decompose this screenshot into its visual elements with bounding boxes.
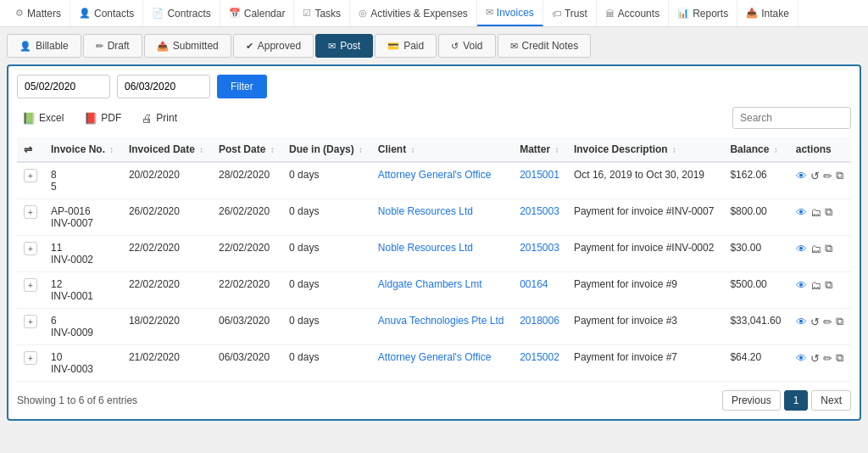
pdf-export-button[interactable]: 📕 PDF <box>79 109 126 127</box>
action-icons: 👁↺✏⧉ <box>796 169 844 182</box>
prev-button[interactable]: Previous <box>722 390 781 411</box>
matter-link[interactable]: 2015002 <box>520 351 559 363</box>
card-icon[interactable]: 🗂 <box>810 243 821 255</box>
entries-text: Showing 1 to 6 of 6 entries <box>17 394 137 406</box>
copy-icon[interactable]: ⧉ <box>836 169 843 182</box>
copy-icon[interactable]: ⧉ <box>825 278 832 292</box>
expand-button[interactable]: + <box>24 351 37 365</box>
matter-link[interactable]: 2018006 <box>520 315 559 327</box>
tab-paid[interactable]: 💳 Paid <box>375 34 437 58</box>
search-input[interactable] <box>732 107 851 129</box>
client-link[interactable]: Noble Resources Ltd <box>378 242 473 254</box>
tab-credit-notes[interactable]: ✉ Credit Notes <box>498 34 592 58</box>
client-link[interactable]: Attorney General's Office <box>378 351 491 363</box>
copy-icon[interactable]: ⧉ <box>836 315 843 328</box>
client-link[interactable]: Noble Resources Ltd <box>378 205 473 217</box>
view-icon[interactable]: 👁 <box>796 170 807 182</box>
tab-draft[interactable]: ✏ Draft <box>83 34 142 58</box>
edit-icon[interactable]: ✏ <box>823 352 832 365</box>
copy-icon[interactable]: ⧉ <box>825 205 832 219</box>
nav-item-reports[interactable]: 📊 Reports <box>669 0 737 26</box>
post-date: 06/03/2020 <box>212 345 282 382</box>
view-icon[interactable]: 👁 <box>796 206 807 219</box>
invoice-no-line1: 10 <box>51 351 62 363</box>
next-button[interactable]: Next <box>811 390 851 411</box>
invoice-description: Payment for invoice #INV-0002 <box>567 236 723 272</box>
excel-export-button[interactable]: 📗 Excel <box>17 109 69 127</box>
action-icons: 👁🗂⧉ <box>796 278 844 292</box>
sort-icon[interactable]: ↕ <box>199 145 203 154</box>
invoiced-date: 18/02/2020 <box>122 309 212 345</box>
expand-button[interactable]: + <box>24 169 37 182</box>
expand-button[interactable]: + <box>24 242 37 255</box>
matter-link[interactable]: 00164 <box>520 278 548 290</box>
expand-button[interactable]: + <box>24 315 37 328</box>
nav-item-tasks[interactable]: ☑ Tasks <box>294 0 350 26</box>
tab-submitted[interactable]: 📤 Submitted <box>144 34 231 58</box>
view-icon[interactable]: 👁 <box>796 352 807 365</box>
client-link[interactable]: Aldgate Chambers Lmt <box>378 278 482 290</box>
page-1-button[interactable]: 1 <box>784 390 809 411</box>
tab-void[interactable]: ↺ Void <box>438 34 495 58</box>
tab-approved[interactable]: ✔ Approved <box>233 34 314 58</box>
copy-icon[interactable]: ⧉ <box>836 351 843 365</box>
sort-icon[interactable]: ↕ <box>555 145 559 154</box>
table-row: + 6 INV-0009 18/02/2020 06/03/2020 0 day… <box>17 309 851 345</box>
sort-icon[interactable]: ↕ <box>411 145 415 154</box>
card-icon[interactable]: 🗂 <box>810 279 821 292</box>
edit-icon[interactable]: ✏ <box>823 170 832 182</box>
tab-billable[interactable]: 👤 Billable <box>7 34 81 58</box>
nav-item-activities[interactable]: ◎ Activities & Expenses <box>350 0 477 26</box>
invoice-no-line1: 6 <box>51 315 57 327</box>
nav-item-trust[interactable]: 🏷 Trust <box>543 0 597 26</box>
due-days: 0 days <box>282 162 371 199</box>
action-icons: 👁↺✏⧉ <box>796 315 844 328</box>
col-description: Invoice Description ↕ <box>567 137 723 162</box>
matter-link[interactable]: 2015003 <box>520 205 559 217</box>
col-actions: actions <box>789 137 851 162</box>
invoiced-date: 21/02/2020 <box>122 345 212 382</box>
nav-item-invoices[interactable]: ✉ Invoices <box>477 0 543 26</box>
col-client: Client ↕ <box>371 137 513 162</box>
nav-item-accounts[interactable]: 🏛 Accounts <box>597 0 669 26</box>
nav-item-matters[interactable]: ⚙ Matters <box>7 0 70 26</box>
sort-icon[interactable]: ↕ <box>672 145 676 154</box>
refresh-icon[interactable]: ↺ <box>810 316 820 328</box>
invoice-no-line2: INV-0003 <box>51 363 93 375</box>
view-icon[interactable]: 👁 <box>796 243 807 255</box>
nav-item-contacts[interactable]: 👤 Contacts <box>70 0 143 26</box>
sort-icon[interactable]: ↕ <box>774 145 778 154</box>
edit-icon[interactable]: ✏ <box>823 316 832 328</box>
matter-link[interactable]: 2015001 <box>520 169 559 181</box>
filter-button[interactable]: Filter <box>217 75 267 98</box>
copy-icon[interactable]: ⧉ <box>825 242 832 255</box>
client-link[interactable]: Attorney General's Office <box>378 169 491 181</box>
invoices-icon: ✉ <box>486 7 493 18</box>
nav-item-calendar[interactable]: 📅 Calendar <box>220 0 295 26</box>
end-date-input[interactable] <box>117 75 210 98</box>
pdf-icon: 📕 <box>84 112 97 125</box>
card-icon[interactable]: 🗂 <box>810 206 821 219</box>
sort-icon[interactable]: ↕ <box>359 145 363 154</box>
expand-button[interactable]: + <box>24 278 37 292</box>
start-date-input[interactable] <box>17 75 110 98</box>
sort-icon[interactable]: ↕ <box>270 145 275 154</box>
nav-item-contracts[interactable]: 📄 Contracts <box>143 0 220 26</box>
table-footer: Showing 1 to 6 of 6 entries Previous 1 N… <box>17 390 851 411</box>
view-icon[interactable]: 👁 <box>796 279 807 292</box>
client-link[interactable]: Anuva Technologies Pte Ltd <box>378 315 504 327</box>
invoice-description: Payment for invoice #7 <box>567 345 723 382</box>
print-button[interactable]: 🖨 Print <box>136 109 182 127</box>
view-icon[interactable]: 👁 <box>796 316 807 328</box>
matter-link[interactable]: 2015003 <box>520 242 559 254</box>
refresh-icon[interactable]: ↺ <box>810 170 820 182</box>
col-balance: Balance ↕ <box>723 137 788 162</box>
refresh-icon[interactable]: ↺ <box>810 352 820 365</box>
nav-item-intake[interactable]: 📥 Intake <box>737 0 798 26</box>
post-icon: ✉ <box>328 41 336 52</box>
invoice-description: Oct 16, 2019 to Oct 30, 2019 <box>567 162 723 199</box>
tab-post[interactable]: ✉ Post <box>315 34 373 58</box>
post-date: 06/03/2020 <box>212 309 282 345</box>
sort-icon[interactable]: ↕ <box>109 145 114 154</box>
expand-button[interactable]: + <box>24 205 37 219</box>
